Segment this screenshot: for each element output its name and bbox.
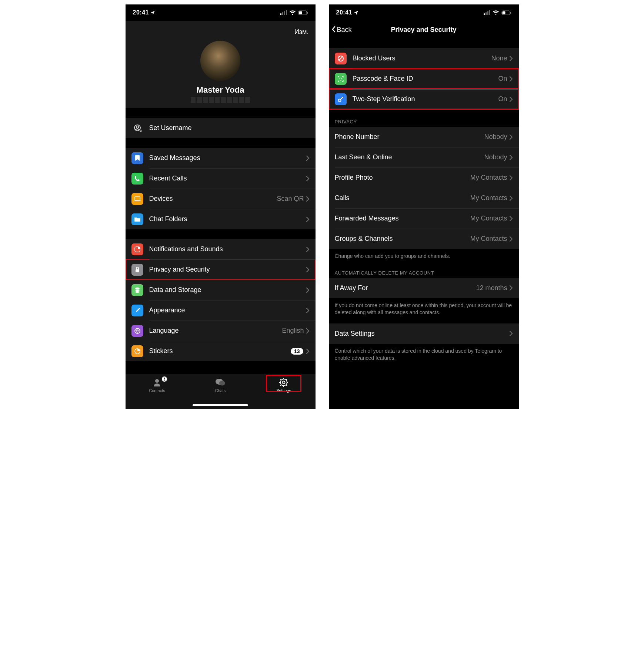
status-time: 20:41 (336, 9, 352, 16)
cellular-icon (484, 10, 490, 15)
saved-messages-row[interactable]: Saved Messages (126, 148, 316, 168)
chevron-icon (510, 155, 513, 160)
chevron-icon (510, 56, 513, 61)
chevron-icon (510, 175, 513, 180)
notifications-row[interactable]: Notifications and Sounds (126, 239, 316, 259)
set-username-row[interactable]: + Set Username (126, 118, 316, 138)
row-value: My Contacts (470, 194, 507, 202)
svg-rect-21 (502, 11, 505, 14)
chevron-icon (510, 216, 513, 221)
tab-label: Chats (215, 388, 226, 393)
passcode-faceid-row[interactable]: Passcode & Face ID On (329, 69, 519, 89)
home-indicator[interactable] (193, 404, 248, 406)
row-value: 12 months (476, 284, 507, 292)
stickers-row[interactable]: Stickers 13 (126, 341, 316, 361)
chevron-icon (306, 156, 310, 161)
last-seen-row[interactable]: Last Seen & Online Nobody (329, 147, 519, 167)
row-label: If Away For (335, 284, 476, 292)
appearance-row[interactable]: Appearance (126, 300, 316, 321)
forwarded-row[interactable]: Forwarded Messages My Contacts (329, 208, 519, 229)
blocked-users-row[interactable]: Blocked Users None (329, 48, 519, 69)
data-settings-row[interactable]: Data Settings (329, 323, 519, 344)
devices-row[interactable]: Devices Scan QR (126, 189, 316, 209)
row-value: None (491, 54, 507, 62)
groups-channels-row[interactable]: Groups & Channels My Contacts (329, 229, 519, 249)
svg-rect-2 (307, 12, 308, 14)
calls-row[interactable]: Calls My Contacts (329, 188, 519, 208)
nav-bar: Back Privacy and Security (329, 21, 519, 39)
svg-point-10 (135, 287, 140, 289)
tab-contacts[interactable]: ! Contacts (126, 377, 189, 393)
svg-point-17 (219, 381, 225, 386)
row-label: Set Username (149, 124, 310, 132)
privacy-security-row[interactable]: Privacy and Security (126, 259, 316, 280)
svg-point-4 (136, 126, 139, 128)
row-label: Forwarded Messages (335, 215, 470, 222)
row-label: Data and Storage (149, 286, 306, 294)
row-label: Groups & Channels (335, 235, 470, 243)
profile-photo-row[interactable]: Profile Photo My Contacts (329, 167, 519, 188)
row-label: Appearance (149, 306, 306, 314)
section-header-autodelete: AUTOMATICALLY DELETE MY ACCOUNT (329, 260, 519, 278)
lock-icon (131, 264, 143, 276)
settings-screen: 20:41 Изм. Master Yoda + Set Username Sa… (126, 4, 316, 409)
chevron-icon (510, 97, 513, 102)
phone-number-redacted (191, 97, 250, 103)
row-label: Devices (149, 195, 277, 203)
chevron-icon (306, 217, 310, 222)
bell-icon (131, 243, 143, 255)
page-title: Privacy and Security (329, 26, 519, 34)
chevron-icon (306, 267, 310, 272)
row-label: Blocked Users (353, 54, 491, 62)
edit-button[interactable]: Изм. (294, 28, 309, 36)
row-label: Phone Number (335, 133, 484, 141)
language-row[interactable]: Language English (126, 321, 316, 341)
data-storage-row[interactable]: Data and Storage (126, 280, 316, 300)
row-value: My Contacts (470, 174, 507, 182)
row-label: Recent Calls (149, 175, 306, 182)
folder-icon (131, 213, 143, 225)
row-value: On (498, 95, 507, 103)
display-name: Master Yoda (197, 85, 244, 95)
tab-chats[interactable]: Chats (189, 377, 252, 393)
avatar[interactable] (200, 41, 240, 81)
svg-point-8 (138, 247, 140, 249)
chevron-icon (510, 76, 513, 82)
tab-label: Settings (276, 388, 291, 393)
if-away-for-row[interactable]: If Away For 12 months (329, 278, 519, 298)
chat-folders-row[interactable]: Chat Folders (126, 209, 316, 229)
two-step-verification-row[interactable]: Two-Step Verification On (329, 89, 519, 109)
tab-settings[interactable]: Settings (252, 377, 316, 393)
faceid-icon (335, 73, 347, 85)
battery-icon (298, 10, 308, 15)
recent-calls-row[interactable]: Recent Calls (126, 168, 316, 189)
wifi-icon (289, 10, 296, 15)
profile-header: Изм. Master Yoda (126, 21, 316, 108)
phone-number-row[interactable]: Phone Number Nobody (329, 127, 519, 147)
svg-rect-9 (136, 269, 139, 272)
row-label: Two-Step Verification (353, 95, 498, 103)
chevron-icon (306, 328, 310, 333)
row-value: Nobody (484, 133, 507, 141)
bookmark-icon (131, 152, 143, 164)
row-label: Profile Photo (335, 174, 470, 182)
svg-text:+: + (140, 129, 142, 133)
row-label: Data Settings (335, 330, 510, 338)
chevron-icon (510, 236, 513, 242)
contacts-icon (151, 377, 163, 388)
status-bar: 20:41 (329, 4, 519, 21)
wifi-icon (493, 10, 499, 15)
svg-point-11 (135, 289, 140, 290)
row-label: Saved Messages (149, 154, 306, 162)
chevron-icon (306, 288, 310, 293)
svg-point-18 (280, 379, 287, 386)
row-label: Passcode & Face ID (353, 75, 498, 83)
svg-point-12 (135, 291, 140, 292)
battery-icon (501, 10, 511, 15)
row-label: Chat Folders (149, 215, 306, 223)
block-icon (335, 53, 347, 64)
chevron-icon (510, 196, 513, 201)
row-value: My Contacts (470, 215, 507, 222)
chevron-icon (306, 247, 310, 252)
chevron-icon (510, 331, 513, 336)
